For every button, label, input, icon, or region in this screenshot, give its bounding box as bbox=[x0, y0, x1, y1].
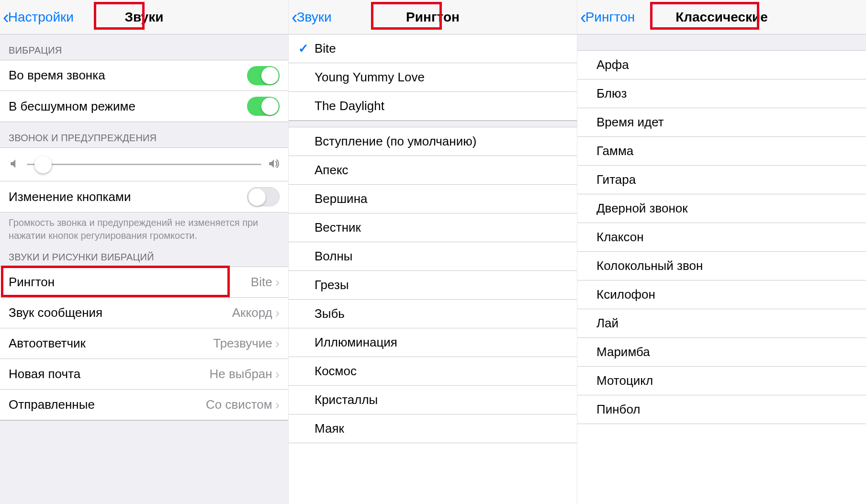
list-item-label: Космос bbox=[315, 364, 357, 379]
list-item[interactable]: Вершина bbox=[289, 185, 577, 213]
row-voicemail[interactable]: Автоответчик Трезвучие › bbox=[0, 328, 288, 359]
list-item[interactable]: Мотоцикл bbox=[577, 367, 866, 395]
list-item[interactable]: Гамма bbox=[577, 137, 866, 166]
group-vibration: Во время звонка В бесшумном режиме bbox=[0, 60, 288, 122]
list-item-label: Грезы bbox=[315, 278, 349, 292]
row-label: Во время звонка bbox=[9, 68, 247, 83]
chevron-right-icon: › bbox=[275, 306, 280, 320]
list-item-label: Bite bbox=[315, 41, 336, 56]
list-item-label: Волны bbox=[315, 249, 352, 264]
row-value: Bite bbox=[251, 275, 272, 290]
row-vibrate-on-silent[interactable]: В бесшумном режиме bbox=[0, 91, 288, 122]
back-button[interactable]: ‹ Звуки bbox=[292, 0, 332, 34]
volume-slider-track[interactable] bbox=[27, 164, 261, 165]
row-new-mail[interactable]: Новая почта Не выбран › bbox=[0, 359, 288, 390]
row-sent-mail[interactable]: Отправленные Со свистом › bbox=[0, 390, 288, 420]
list-item[interactable]: Маяк bbox=[289, 414, 577, 443]
list-item[interactable]: Вестник bbox=[289, 213, 577, 242]
navbar: ‹ Настройки Звуки bbox=[0, 0, 288, 34]
chevron-right-icon: › bbox=[275, 398, 280, 412]
page-title: Рингтон bbox=[406, 10, 460, 25]
list-item-label: Вестник bbox=[315, 220, 361, 235]
list-item-label: Young Yummy Love bbox=[315, 70, 425, 85]
section-footer-ringer: Громкость звонка и предупреждений не изм… bbox=[0, 213, 288, 249]
list-item-label: Время идет bbox=[596, 115, 664, 130]
row-change-with-buttons[interactable]: Изменение кнопками bbox=[0, 181, 288, 212]
list-item-label: Дверной звонок bbox=[596, 201, 688, 216]
row-label: Отправленные bbox=[9, 397, 206, 412]
back-button[interactable]: ‹ Настройки bbox=[3, 0, 74, 34]
navbar: ‹ Звуки Рингтон bbox=[289, 0, 577, 34]
navbar: ‹ Рингтон Классические bbox=[577, 0, 866, 34]
row-value: Со свистом bbox=[206, 397, 272, 412]
list-item[interactable]: Космос bbox=[289, 357, 577, 386]
list-item[interactable]: Время идет bbox=[577, 108, 866, 137]
back-button[interactable]: ‹ Рингтон bbox=[580, 0, 635, 34]
list-item[interactable]: Зыбь bbox=[289, 300, 577, 328]
switch-vibrate-on-silent[interactable] bbox=[247, 97, 280, 116]
list-item-label: Пинбол bbox=[596, 402, 641, 417]
group-ringer: Изменение кнопками bbox=[0, 147, 288, 213]
list-item[interactable]: Young Yummy Love bbox=[289, 63, 577, 92]
speaker-low-icon bbox=[9, 157, 21, 172]
section-header-vibration: ВИБРАЦИЯ bbox=[0, 34, 288, 60]
list-item[interactable]: Волны bbox=[289, 242, 577, 271]
row-vibrate-on-ring[interactable]: Во время звонка bbox=[0, 60, 288, 91]
group-sound-patterns: Рингтон Bite › Звук сообщения Аккорд › А… bbox=[0, 267, 288, 421]
switch-change-with-buttons[interactable] bbox=[247, 187, 280, 206]
list-item-label: Зыбь bbox=[315, 306, 345, 321]
chevron-right-icon: › bbox=[275, 276, 280, 289]
list-item[interactable]: Арфа bbox=[577, 51, 866, 79]
switch-vibrate-on-ring[interactable] bbox=[247, 66, 280, 85]
row-value: Не выбран bbox=[210, 367, 272, 381]
list-item[interactable]: Ксилофон bbox=[577, 280, 866, 309]
list-item[interactable]: The Daylight bbox=[289, 92, 577, 121]
list-top-gap bbox=[577, 34, 866, 51]
back-label: Настройки bbox=[8, 10, 74, 25]
screen-ringtone: ‹ Звуки Рингтон ✓BiteYoung Yummy LoveThe… bbox=[289, 0, 577, 504]
list-item[interactable]: ✓Bite bbox=[289, 34, 577, 63]
chevron-right-icon: › bbox=[275, 337, 280, 350]
list-item[interactable]: Клаксон bbox=[577, 223, 866, 252]
list-item-label: Иллюминация bbox=[315, 335, 397, 350]
page-title: Звуки bbox=[125, 10, 164, 25]
list-item[interactable]: Блюз bbox=[577, 79, 866, 108]
list-item-label: Гамма bbox=[596, 144, 633, 158]
list-item[interactable]: Кристаллы bbox=[289, 386, 577, 414]
section-header-sounds: ЗВУКИ И РИСУНКИ ВИБРАЦИЙ bbox=[0, 249, 288, 267]
list-item[interactable]: Маримба bbox=[577, 338, 866, 367]
row-text-tone[interactable]: Звук сообщения Аккорд › bbox=[0, 298, 288, 328]
ringtone-builtin-list: Вступление (по умолчанию)АпексВершинаВес… bbox=[289, 127, 577, 443]
list-separator bbox=[289, 121, 577, 127]
list-item-label: The Daylight bbox=[315, 99, 384, 113]
classic-ringtone-list: АрфаБлюзВремя идетГаммаГитараДверной зво… bbox=[577, 51, 866, 424]
list-item[interactable]: Лай bbox=[577, 309, 866, 338]
list-item-label: Ксилофон bbox=[596, 287, 655, 302]
list-item[interactable]: Гитара bbox=[577, 166, 866, 194]
list-item[interactable]: Грезы bbox=[289, 271, 577, 300]
list-item[interactable]: Апекс bbox=[289, 156, 577, 185]
screen-classic: ‹ Рингтон Классические АрфаБлюзВремя иде… bbox=[577, 0, 866, 504]
row-label: Новая почта bbox=[9, 367, 210, 381]
list-item-label: Мотоцикл bbox=[596, 373, 653, 388]
list-item-label: Вершина bbox=[315, 191, 367, 206]
row-label: В бесшумном режиме bbox=[9, 99, 247, 114]
row-label: Рингтон bbox=[9, 275, 251, 290]
speaker-high-icon bbox=[267, 157, 280, 172]
list-item[interactable]: Вступление (по умолчанию) bbox=[289, 127, 577, 156]
list-item[interactable]: Пинбол bbox=[577, 395, 866, 424]
volume-slider-thumb[interactable] bbox=[34, 156, 52, 173]
row-label: Автоответчик bbox=[9, 336, 213, 351]
row-label: Звук сообщения bbox=[9, 305, 232, 320]
row-volume-slider[interactable] bbox=[0, 148, 288, 181]
list-item[interactable]: Дверной звонок bbox=[577, 194, 866, 223]
ringtone-custom-list: ✓BiteYoung Yummy LoveThe Daylight bbox=[289, 34, 577, 121]
list-item[interactable]: Иллюминация bbox=[289, 328, 577, 357]
chevron-right-icon: › bbox=[275, 368, 280, 381]
list-item-label: Лай bbox=[596, 316, 619, 331]
list-item[interactable]: Колокольный звон bbox=[577, 252, 866, 280]
list-item-label: Клаксон bbox=[596, 230, 644, 245]
back-label: Звуки bbox=[297, 10, 332, 25]
row-ringtone[interactable]: Рингтон Bite › bbox=[0, 267, 288, 298]
list-item-label: Блюз bbox=[596, 86, 627, 101]
